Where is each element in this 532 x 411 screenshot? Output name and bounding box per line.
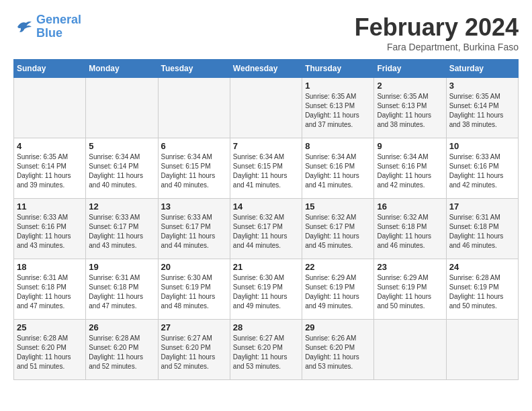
calendar-cell: 9Sunrise: 6:34 AM Sunset: 6:16 PM Daylig… — [374, 138, 446, 199]
calendar-cell: 16Sunrise: 6:32 AM Sunset: 6:18 PM Dayli… — [374, 199, 446, 259]
day-number: 5 — [89, 141, 154, 151]
day-number: 7 — [233, 141, 299, 151]
day-number: 14 — [233, 201, 299, 212]
day-info: Sunrise: 6:33 AM Sunset: 6:16 PM Dayligh… — [17, 213, 83, 250]
month-title: February 2024 — [355, 13, 519, 42]
calendar-cell: 27Sunrise: 6:27 AM Sunset: 6:20 PM Dayli… — [158, 320, 230, 380]
calendar-cell: 2Sunrise: 6:35 AM Sunset: 6:13 PM Daylig… — [374, 78, 446, 138]
day-info: Sunrise: 6:34 AM Sunset: 6:15 PM Dayligh… — [161, 152, 227, 190]
calendar-cell — [230, 78, 302, 138]
day-info: Sunrise: 6:31 AM Sunset: 6:18 PM Dayligh… — [449, 213, 515, 250]
calendar-cell: 18Sunrise: 6:31 AM Sunset: 6:18 PM Dayli… — [14, 259, 86, 320]
calendar-cell: 25Sunrise: 6:28 AM Sunset: 6:20 PM Dayli… — [14, 320, 86, 380]
day-number: 22 — [305, 262, 371, 272]
day-info: Sunrise: 6:26 AM Sunset: 6:20 PM Dayligh… — [305, 334, 371, 371]
day-number: 21 — [233, 262, 299, 272]
day-info: Sunrise: 6:28 AM Sunset: 6:19 PM Dayligh… — [449, 273, 515, 311]
day-info: Sunrise: 6:32 AM Sunset: 6:17 PM Dayligh… — [233, 213, 299, 250]
calendar-cell: 10Sunrise: 6:33 AM Sunset: 6:16 PM Dayli… — [446, 138, 518, 199]
day-number: 24 — [449, 262, 515, 272]
calendar-cell: 3Sunrise: 6:35 AM Sunset: 6:14 PM Daylig… — [446, 78, 518, 138]
calendar-cell — [86, 78, 158, 138]
day-header-monday: Monday — [86, 60, 158, 78]
calendar-cell: 26Sunrise: 6:28 AM Sunset: 6:20 PM Dayli… — [86, 320, 158, 380]
day-number: 15 — [305, 201, 371, 212]
day-info: Sunrise: 6:27 AM Sunset: 6:20 PM Dayligh… — [233, 334, 299, 371]
calendar-table: SundayMondayTuesdayWednesdayThursdayFrid… — [13, 59, 519, 380]
calendar-cell: 7Sunrise: 6:34 AM Sunset: 6:15 PM Daylig… — [230, 138, 302, 199]
calendar-header: SundayMondayTuesdayWednesdayThursdayFrid… — [14, 60, 519, 78]
calendar-cell: 28Sunrise: 6:27 AM Sunset: 6:20 PM Dayli… — [230, 320, 302, 380]
day-number: 23 — [377, 262, 443, 272]
day-number: 28 — [233, 322, 299, 332]
day-number: 3 — [449, 81, 515, 91]
calendar-week-4: 18Sunrise: 6:31 AM Sunset: 6:18 PM Dayli… — [14, 259, 519, 320]
day-info: Sunrise: 6:30 AM Sunset: 6:19 PM Dayligh… — [161, 273, 227, 311]
calendar-cell: 13Sunrise: 6:33 AM Sunset: 6:17 PM Dayli… — [158, 199, 230, 259]
day-number: 27 — [161, 322, 227, 332]
subtitle: Fara Department, Burkina Faso — [355, 42, 519, 52]
day-number: 19 — [89, 262, 154, 272]
day-header-tuesday: Tuesday — [158, 60, 230, 78]
day-header-thursday: Thursday — [302, 60, 374, 78]
day-number: 8 — [305, 141, 371, 151]
day-info: Sunrise: 6:31 AM Sunset: 6:18 PM Dayligh… — [17, 273, 83, 311]
calendar-cell — [374, 320, 446, 380]
calendar-cell — [14, 78, 86, 138]
day-number: 18 — [17, 262, 83, 272]
day-info: Sunrise: 6:28 AM Sunset: 6:20 PM Dayligh… — [17, 334, 83, 371]
calendar-week-3: 11Sunrise: 6:33 AM Sunset: 6:16 PM Dayli… — [14, 199, 519, 259]
calendar-cell — [446, 320, 518, 380]
day-info: Sunrise: 6:33 AM Sunset: 6:17 PM Dayligh… — [161, 213, 227, 250]
day-info: Sunrise: 6:34 AM Sunset: 6:16 PM Dayligh… — [377, 152, 443, 190]
day-number: 11 — [17, 201, 83, 212]
calendar-week-5: 25Sunrise: 6:28 AM Sunset: 6:20 PM Dayli… — [14, 320, 519, 380]
day-info: Sunrise: 6:29 AM Sunset: 6:19 PM Dayligh… — [305, 273, 371, 311]
calendar-cell: 23Sunrise: 6:29 AM Sunset: 6:19 PM Dayli… — [374, 259, 446, 320]
day-info: Sunrise: 6:31 AM Sunset: 6:18 PM Dayligh… — [89, 273, 154, 311]
day-number: 4 — [17, 141, 83, 151]
title-area: February 2024 Fara Department, Burkina F… — [355, 13, 519, 52]
day-header-sunday: Sunday — [14, 60, 86, 78]
day-number: 16 — [377, 201, 443, 212]
day-info: Sunrise: 6:32 AM Sunset: 6:17 PM Dayligh… — [305, 213, 371, 250]
day-number: 2 — [377, 81, 443, 91]
day-info: Sunrise: 6:34 AM Sunset: 6:14 PM Dayligh… — [89, 152, 154, 190]
day-info: Sunrise: 6:34 AM Sunset: 6:15 PM Dayligh… — [233, 152, 299, 190]
day-number: 9 — [377, 141, 443, 151]
logo-bird-icon — [13, 17, 34, 37]
day-number: 1 — [305, 81, 371, 91]
day-number: 25 — [17, 322, 83, 332]
day-number: 29 — [305, 322, 371, 332]
day-info: Sunrise: 6:35 AM Sunset: 6:14 PM Dayligh… — [17, 152, 83, 190]
day-number: 10 — [449, 141, 515, 151]
day-info: Sunrise: 6:27 AM Sunset: 6:20 PM Dayligh… — [161, 334, 227, 371]
day-info: Sunrise: 6:32 AM Sunset: 6:18 PM Dayligh… — [377, 213, 443, 250]
calendar-cell: 29Sunrise: 6:26 AM Sunset: 6:20 PM Dayli… — [302, 320, 374, 380]
day-number: 13 — [161, 201, 227, 212]
calendar-cell: 1Sunrise: 6:35 AM Sunset: 6:13 PM Daylig… — [302, 78, 374, 138]
calendar-cell — [158, 78, 230, 138]
logo-text: General Blue — [36, 13, 81, 40]
calendar-cell: 14Sunrise: 6:32 AM Sunset: 6:17 PM Dayli… — [230, 199, 302, 259]
header: General Blue February 2024 Fara Departme… — [13, 13, 519, 52]
day-info: Sunrise: 6:28 AM Sunset: 6:20 PM Dayligh… — [89, 334, 154, 371]
day-info: Sunrise: 6:35 AM Sunset: 6:13 PM Dayligh… — [305, 92, 371, 130]
calendar-cell: 5Sunrise: 6:34 AM Sunset: 6:14 PM Daylig… — [86, 138, 158, 199]
calendar-week-1: 1Sunrise: 6:35 AM Sunset: 6:13 PM Daylig… — [14, 78, 519, 138]
calendar-cell: 19Sunrise: 6:31 AM Sunset: 6:18 PM Dayli… — [86, 259, 158, 320]
calendar-cell: 22Sunrise: 6:29 AM Sunset: 6:19 PM Dayli… — [302, 259, 374, 320]
calendar-cell: 21Sunrise: 6:30 AM Sunset: 6:19 PM Dayli… — [230, 259, 302, 320]
calendar-cell: 6Sunrise: 6:34 AM Sunset: 6:15 PM Daylig… — [158, 138, 230, 199]
day-info: Sunrise: 6:34 AM Sunset: 6:16 PM Dayligh… — [305, 152, 371, 190]
calendar-cell: 4Sunrise: 6:35 AM Sunset: 6:14 PM Daylig… — [14, 138, 86, 199]
day-header-saturday: Saturday — [446, 60, 518, 78]
day-info: Sunrise: 6:35 AM Sunset: 6:13 PM Dayligh… — [377, 92, 443, 130]
day-number: 26 — [89, 322, 154, 332]
day-number: 20 — [161, 262, 227, 272]
day-info: Sunrise: 6:29 AM Sunset: 6:19 PM Dayligh… — [377, 273, 443, 311]
calendar-cell: 15Sunrise: 6:32 AM Sunset: 6:17 PM Dayli… — [302, 199, 374, 259]
day-info: Sunrise: 6:35 AM Sunset: 6:14 PM Dayligh… — [449, 92, 515, 130]
calendar-cell: 11Sunrise: 6:33 AM Sunset: 6:16 PM Dayli… — [14, 199, 86, 259]
day-number: 17 — [449, 201, 515, 212]
